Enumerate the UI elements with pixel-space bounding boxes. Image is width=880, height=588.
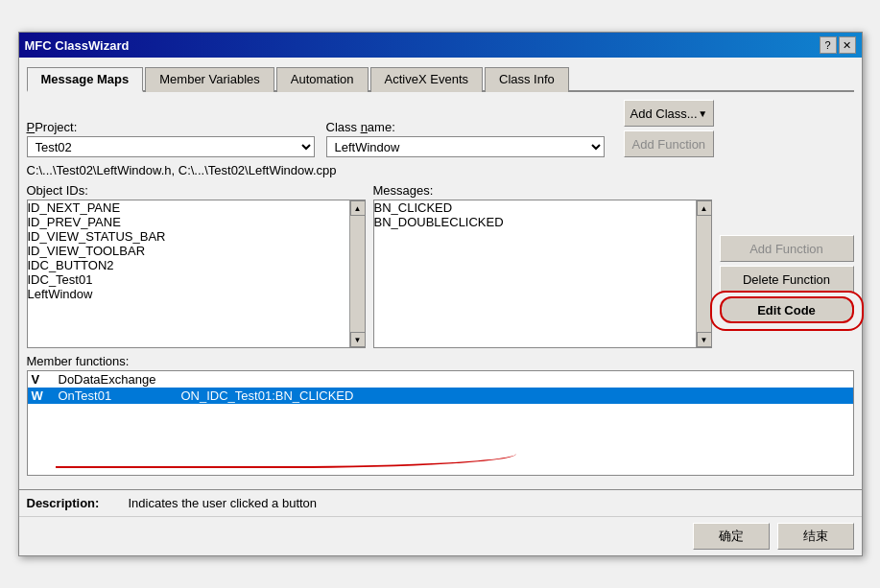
- object-ids-label: Object IDs:: [27, 183, 366, 198]
- description-label: Description:: [27, 496, 113, 510]
- window-title: MFC ClassWizard: [25, 38, 130, 53]
- list-item[interactable]: BN_DOUBLECLICKED: [374, 215, 696, 229]
- list-item[interactable]: ID_PREV_PANE: [28, 215, 349, 229]
- ok-button[interactable]: 确定: [693, 523, 770, 550]
- classname-select[interactable]: LeftWindow: [326, 136, 605, 157]
- list-item[interactable]: ID_NEXT_PANE: [28, 200, 349, 215]
- list-item[interactable]: ID_VIEW_STATUS_BAR: [28, 229, 349, 244]
- edit-code-button[interactable]: Edit Code: [720, 296, 854, 323]
- close-button[interactable]: ✕: [839, 36, 856, 54]
- filepath-text: C:\...\Test02\LeftWindow.h, C:\...\Test0…: [27, 163, 854, 177]
- project-group: PProject: Test02: [27, 120, 315, 157]
- object-ids-section: Object IDs: ID_NEXT_PANE ID_PREV_PANE ID…: [27, 183, 366, 348]
- tab-bar: Message Maps Member Variables Automation…: [27, 65, 854, 92]
- add-function-button-right[interactable]: Add Function: [720, 235, 854, 262]
- list-item[interactable]: LeftWindow: [28, 287, 349, 301]
- project-select[interactable]: Test02: [27, 136, 315, 157]
- titlebar-buttons: ? ✕: [820, 36, 856, 54]
- delete-function-button[interactable]: Delete Function: [720, 266, 854, 293]
- cancel-button[interactable]: 结束: [777, 523, 854, 550]
- object-ids-scrollbar[interactable]: ▲ ▼: [349, 200, 365, 347]
- tab-member-variables[interactable]: Member Variables: [145, 67, 274, 92]
- member-name: OnTest01: [59, 388, 174, 403]
- form-row-top: PProject: Test02 Class name: LeftWindow …: [27, 100, 854, 157]
- description-bar: Description: Indicates the user clicked …: [19, 489, 862, 516]
- member-row[interactable]: V DoDataExchange: [28, 371, 853, 388]
- help-button[interactable]: ?: [820, 36, 837, 54]
- object-ids-listbox[interactable]: ID_NEXT_PANE ID_PREV_PANE ID_VIEW_STATUS…: [27, 200, 366, 348]
- lists-area: Object IDs: ID_NEXT_PANE ID_PREV_PANE ID…: [27, 183, 712, 354]
- add-class-arrow: ▼: [698, 108, 707, 119]
- classname-label: Class name:: [326, 120, 605, 134]
- tab-message-maps[interactable]: Message Maps: [27, 67, 144, 92]
- member-map: [181, 372, 849, 387]
- titlebar: MFC ClassWizard ? ✕: [19, 33, 862, 58]
- member-functions-table[interactable]: V DoDataExchange W OnTest01 ON_IDC_Test0…: [27, 370, 854, 476]
- scroll-up-button[interactable]: ▲: [697, 200, 712, 216]
- scroll-down-button[interactable]: ▼: [350, 332, 366, 347]
- scroll-thumb: [697, 216, 711, 332]
- list-item[interactable]: ID_VIEW_TOOLBAR: [28, 244, 349, 258]
- member-functions-section: Member functions: V DoDataExchange W OnT…: [27, 354, 854, 476]
- scroll-thumb: [350, 216, 365, 332]
- lists-row: Object IDs: ID_NEXT_PANE ID_PREV_PANE ID…: [27, 183, 712, 348]
- tab-automation[interactable]: Automation: [276, 67, 369, 92]
- messages-scrollbar[interactable]: ▲ ▼: [696, 200, 711, 347]
- member-name: DoDataExchange: [59, 372, 174, 387]
- list-item-selected[interactable]: BN_CLICKED: [374, 200, 696, 215]
- right-buttons-top: Add Class... ▼ Add Function: [624, 100, 715, 157]
- messages-items: BN_CLICKED BN_DOUBLECLICKED: [374, 200, 696, 347]
- main-window: MFC ClassWizard ? ✕ Message Maps Member …: [18, 32, 863, 556]
- member-map: ON_IDC_Test01:BN_CLICKED: [181, 388, 849, 403]
- tab-class-info[interactable]: Class Info: [485, 67, 569, 92]
- list-item[interactable]: IDC_BUTTON2: [28, 258, 349, 272]
- bottom-bar: 确定 结束: [19, 516, 862, 555]
- messages-label: Messages:: [373, 183, 712, 198]
- add-function-button[interactable]: Add Function: [624, 130, 715, 157]
- member-functions-label: Member functions:: [27, 354, 854, 368]
- add-class-button[interactable]: Add Class... ▼: [624, 100, 715, 127]
- member-row-selected[interactable]: W OnTest01 ON_IDC_Test01:BN_CLICKED: [28, 388, 853, 404]
- scroll-up-button[interactable]: ▲: [350, 200, 366, 216]
- messages-listbox[interactable]: BN_CLICKED BN_DOUBLECLICKED ▲ ▼: [373, 200, 712, 348]
- member-prefix: W: [32, 388, 51, 403]
- description-text: Indicates the user clicked a button: [129, 496, 318, 510]
- tab-activex-events[interactable]: ActiveX Events: [370, 67, 483, 92]
- edit-code-wrapper: Edit Code: [720, 296, 854, 323]
- list-item-selected[interactable]: IDC_Test01: [28, 272, 349, 287]
- object-ids-items: ID_NEXT_PANE ID_PREV_PANE ID_VIEW_STATUS…: [28, 200, 349, 347]
- dialog-content: Message Maps Member Variables Automation…: [19, 58, 862, 489]
- member-prefix: V: [32, 372, 51, 387]
- messages-section: Messages: BN_CLICKED BN_DOUBLECLICKED ▲ …: [373, 183, 712, 348]
- classname-group: Class name: LeftWindow: [326, 120, 605, 157]
- project-label: PProject:: [27, 120, 315, 134]
- main-lists-area: Object IDs: ID_NEXT_PANE ID_PREV_PANE ID…: [27, 183, 854, 354]
- scroll-down-button[interactable]: ▼: [697, 332, 712, 347]
- right-buttons-column: Add Function Delete Function Edit Code: [720, 183, 854, 354]
